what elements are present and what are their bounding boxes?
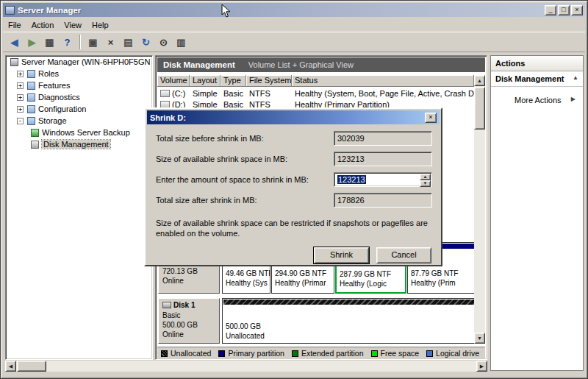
scroll-left-icon[interactable]: ◀ bbox=[5, 361, 16, 372]
tree-item-diagnostics[interactable]: + Diagnostics bbox=[6, 91, 152, 103]
configuration-icon bbox=[27, 105, 35, 113]
shrink-amount-label: Enter the amount of space to shrink in M… bbox=[156, 175, 309, 184]
volume-row-c[interactable]: (C:) Simple Basic NTFS Healthy (System, … bbox=[157, 88, 474, 99]
new-window-icon[interactable]: ▣ bbox=[85, 34, 101, 50]
tree-item-storage[interactable]: - Storage bbox=[6, 115, 152, 127]
shrink-button[interactable]: Shrink bbox=[314, 247, 369, 263]
actions-section-disk-management[interactable]: Disk Management ▲ bbox=[491, 71, 583, 87]
available-space-label: Size of available shrink space in MB: bbox=[156, 155, 287, 163]
delete-icon[interactable]: × bbox=[102, 34, 119, 50]
unallocated-region[interactable]: 500.00 GB Unallocated bbox=[222, 298, 478, 344]
menu-bar: File Action View Help bbox=[3, 18, 585, 32]
maximize-button[interactable]: □ bbox=[558, 5, 570, 15]
views-icon[interactable]: ▥ bbox=[173, 34, 190, 50]
tree-item-roles[interactable]: + Roles bbox=[6, 68, 152, 79]
tree-item-disk-management[interactable]: Disk Management bbox=[6, 138, 152, 150]
column-status[interactable]: Status bbox=[292, 75, 474, 87]
server-manager-icon bbox=[5, 6, 15, 15]
expand-icon[interactable]: + bbox=[17, 106, 24, 113]
shrink-amount-input[interactable]: 123213 ▲ ▼ bbox=[334, 172, 432, 187]
legend-logical-drive: Logical drive bbox=[426, 349, 479, 358]
shrink-note: Size of available shrink space can be re… bbox=[156, 218, 437, 238]
unallocated-swatch bbox=[161, 350, 168, 357]
column-volume[interactable]: Volume bbox=[157, 75, 190, 87]
menu-file[interactable]: File bbox=[3, 19, 26, 31]
features-icon bbox=[27, 82, 35, 90]
spinner: ▲ ▼ bbox=[420, 174, 431, 185]
toolbar: ◀ ▶ ▦ ? ▣ × ▤ ↻ ⊙ ▥ bbox=[3, 32, 585, 52]
scrollbar-thumb[interactable] bbox=[474, 87, 485, 130]
expand-icon[interactable]: + bbox=[17, 82, 24, 89]
forward-icon[interactable]: ▶ bbox=[24, 34, 40, 50]
find-icon[interactable]: ⊙ bbox=[155, 34, 172, 50]
more-actions-item[interactable]: More Actions ▶ bbox=[491, 94, 583, 106]
cancel-button[interactable]: Cancel bbox=[376, 247, 431, 263]
menu-action[interactable]: Action bbox=[26, 19, 60, 31]
tree-item-server-manager-root[interactable]: Server Manager (WIN-6HPH0F5GN bbox=[6, 56, 152, 68]
scroll-right-icon[interactable]: ▶ bbox=[476, 361, 487, 372]
close-button[interactable]: × bbox=[571, 5, 583, 15]
dialog-close-button[interactable]: × bbox=[425, 113, 437, 123]
expand-icon[interactable]: + bbox=[17, 71, 24, 77]
minimize-button[interactable]: _ bbox=[545, 5, 556, 15]
server-icon bbox=[10, 58, 18, 66]
toolbar-separator bbox=[79, 35, 81, 49]
extended-swatch bbox=[292, 350, 298, 357]
column-type[interactable]: Type bbox=[220, 75, 246, 87]
shrink-dialog: Shrink D: × Total size before shrink in … bbox=[144, 107, 442, 266]
tree-item-windows-server-backup[interactable]: Windows Server Backup bbox=[6, 127, 152, 138]
legend-unallocated: Unallocated bbox=[161, 349, 211, 358]
pane-subtitle: Volume List + Graphical View bbox=[248, 60, 354, 69]
free-space-swatch bbox=[371, 350, 378, 357]
column-file-system[interactable]: File System bbox=[246, 75, 292, 87]
legend-free-space: Free space bbox=[371, 349, 420, 358]
vertical-scrollbar[interactable]: ▲ ▼ bbox=[474, 75, 485, 344]
pane-title: Disk Management bbox=[163, 60, 235, 69]
disk1-row: Disk 1 Basic 500.00 GB Online 500.00 GB … bbox=[158, 298, 478, 344]
spin-down-icon[interactable]: ▼ bbox=[420, 180, 431, 187]
console-tree: Server Manager (WIN-6HPH0F5GN + Roles + … bbox=[5, 55, 153, 360]
window-titlebar[interactable]: Server Manager _ □ × bbox=[3, 3, 585, 17]
mouse-cursor bbox=[221, 4, 231, 18]
submenu-arrow-icon: ▶ bbox=[571, 96, 576, 105]
help-icon[interactable]: ? bbox=[59, 34, 76, 50]
legend-primary-partition: Primary partition bbox=[218, 349, 284, 358]
storage-icon bbox=[27, 117, 35, 125]
dialog-titlebar[interactable]: Shrink D: × bbox=[147, 110, 440, 124]
dialog-title: Shrink D: bbox=[150, 113, 423, 122]
volume-icon bbox=[160, 90, 170, 97]
window-title: Server Manager bbox=[18, 6, 543, 15]
primary-swatch bbox=[218, 350, 225, 357]
unallocated-bar bbox=[223, 300, 476, 305]
menu-help[interactable]: Help bbox=[87, 19, 114, 31]
total-before-label: Total size before shrink in MB: bbox=[156, 134, 264, 143]
expand-icon[interactable]: + bbox=[17, 94, 24, 101]
show-console-tree-icon[interactable]: ▦ bbox=[41, 34, 58, 50]
available-space-field: 123213 bbox=[334, 152, 432, 166]
tree-item-configuration[interactable]: + Configuration bbox=[6, 103, 152, 115]
menu-view[interactable]: View bbox=[59, 19, 87, 31]
disk-icon bbox=[31, 141, 39, 149]
horizontal-scrollbar[interactable]: ◀ ▶ bbox=[5, 361, 487, 372]
scroll-down-icon[interactable]: ▼ bbox=[474, 333, 485, 344]
total-after-field: 178826 bbox=[334, 193, 432, 208]
logical-drive-swatch bbox=[426, 350, 433, 357]
tree-item-features[interactable]: + Features bbox=[6, 79, 152, 91]
chevron-up-icon[interactable]: ▲ bbox=[573, 74, 578, 86]
server-manager-window: Server Manager _ □ × File Action View He… bbox=[0, 0, 588, 379]
total-after-label: Total size after shrink in MB: bbox=[156, 196, 257, 205]
total-before-field: 302039 bbox=[334, 131, 432, 146]
scroll-up-icon[interactable]: ▲ bbox=[474, 75, 485, 86]
diagnostics-icon bbox=[27, 93, 35, 102]
actions-title: Actions bbox=[491, 56, 583, 71]
scrollbar-thumb[interactable] bbox=[17, 361, 46, 372]
spin-up-icon[interactable]: ▲ bbox=[420, 174, 431, 180]
disk1-header[interactable]: Disk 1 Basic 500.00 GB Online bbox=[158, 298, 220, 344]
collapse-icon[interactable]: - bbox=[17, 118, 24, 124]
pane-header: Disk Management Volume List + Graphical … bbox=[157, 57, 485, 72]
refresh-icon[interactable]: ↻ bbox=[137, 34, 154, 50]
column-layout[interactable]: Layout bbox=[190, 75, 220, 87]
properties-icon[interactable]: ▤ bbox=[120, 34, 137, 50]
actions-pane: Actions Disk Management ▲ More Actions ▶ bbox=[490, 55, 584, 371]
back-icon[interactable]: ◀ bbox=[6, 34, 23, 50]
